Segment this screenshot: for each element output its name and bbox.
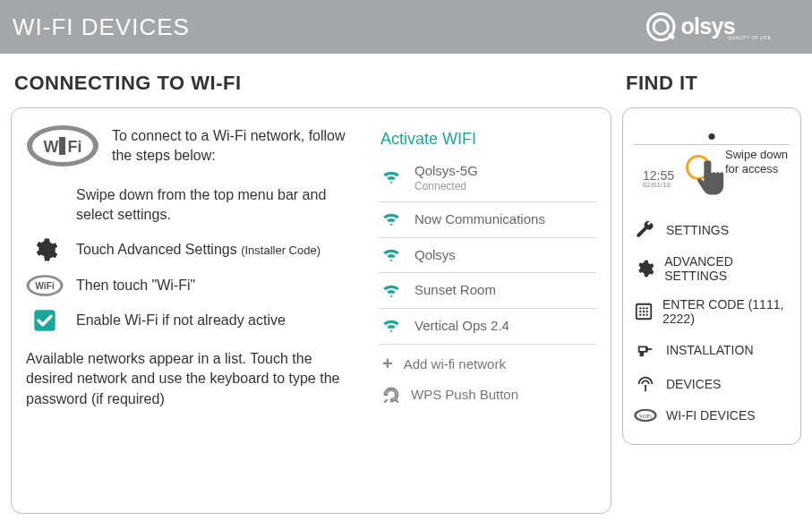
nav-settings[interactable]: SETTINGS [634, 213, 790, 247]
svg-point-20 [639, 313, 641, 315]
nav-wifi-devices[interactable]: WiFi WI-FI DEVICES [634, 401, 790, 430]
header-bar: WI-FI DEVICES olsys QUALITY OF LIFE [0, 0, 812, 54]
clock-time: 12:55 [643, 169, 674, 182]
svg-point-17 [639, 311, 641, 312]
clock-date: 02/01/18 [643, 182, 674, 189]
wifi-signal-icon [382, 170, 400, 184]
svg-point-18 [643, 311, 645, 312]
wifi-list-title: Activate WIFI [380, 130, 596, 149]
step-3-text: Then touch "Wi-Fi" [76, 276, 366, 295]
svg-point-22 [645, 313, 647, 315]
svg-text:WiFi: WiFi [35, 281, 55, 291]
wifi-badge-tiny-icon: WiFi [634, 408, 657, 423]
step-2-text: Touch Advanced Settings (Installer Code) [76, 240, 366, 260]
network-row[interactable]: Now Communications [379, 202, 596, 238]
wifi-signal-icon [382, 212, 400, 226]
wrench-icon [634, 220, 657, 240]
svg-text:QUALITY OF LIFE: QUALITY OF LIFE [729, 36, 772, 40]
nav-enter-code[interactable]: ENTER CODE (1111, 2222) [634, 290, 790, 333]
wps-icon [382, 387, 400, 403]
swipe-down-illustration: 12:55 02/01/18 Swipe down for access [634, 119, 790, 204]
step-1-text: Swipe down from the top menu bar and sel… [76, 185, 366, 226]
antenna-icon [634, 374, 657, 394]
svg-text:olsys: olsys [680, 13, 735, 38]
side-panel: 12:55 02/01/18 Swipe down for access SET… [622, 107, 801, 445]
keypad-icon [634, 302, 654, 321]
gear-icon [634, 259, 655, 278]
svg-point-15 [643, 307, 645, 309]
checkbox-checked-icon [32, 308, 57, 333]
drill-icon [634, 340, 657, 360]
wifi-badge-icon: Wi Fi [26, 124, 99, 167]
svg-point-14 [639, 307, 641, 309]
side-section-title: FIND IT [626, 72, 801, 95]
nav-advanced-settings[interactable]: ADVANCED SETTINGS [634, 247, 790, 290]
network-row[interactable]: Sunset Room [379, 273, 596, 309]
svg-point-21 [643, 313, 645, 315]
svg-rect-8 [59, 137, 65, 155]
svg-text:WiFi: WiFi [639, 413, 652, 420]
qolsys-logo: olsys QUALITY OF LIFE [644, 7, 796, 47]
footer-text: Available networks appear in a list. Tou… [26, 349, 366, 409]
swipe-label: Swipe down for access [725, 148, 790, 177]
main-panel: Wi Fi To connect to a Wi-Fi network, fol… [11, 107, 611, 514]
wifi-list-preview: Activate WIFI Qolsys-5GConnected Now Com… [375, 124, 596, 500]
wifi-signal-icon [382, 319, 400, 333]
step-4-text: Enable Wi-Fi if not already active [76, 311, 366, 330]
svg-point-1 [654, 20, 668, 34]
wifi-signal-icon [382, 248, 400, 262]
nav-installation[interactable]: INSTALLATION [634, 333, 790, 367]
gear-icon [31, 236, 58, 263]
wifi-signal-icon [382, 284, 400, 298]
network-row[interactable]: Qolsys [379, 238, 596, 274]
wps-row[interactable]: WPS Push Button [379, 378, 596, 406]
main-section-title: CONNECTING TO WI-FI [14, 72, 611, 95]
wifi-badge-small-icon: WiFi [26, 274, 64, 297]
page-title: WI-FI DEVICES [13, 13, 190, 41]
add-network-row[interactable]: + Add wi-fi network [379, 345, 596, 378]
nav-devices[interactable]: DEVICES [634, 367, 790, 401]
svg-point-19 [645, 311, 647, 312]
intro-text: To connect to a Wi-Fi network, follow th… [112, 126, 366, 167]
network-row[interactable]: Qolsys-5GConnected [379, 154, 596, 202]
network-row[interactable]: Vertical Ops 2.4 [379, 309, 596, 345]
plus-icon: + [382, 354, 393, 374]
svg-point-16 [645, 307, 647, 309]
